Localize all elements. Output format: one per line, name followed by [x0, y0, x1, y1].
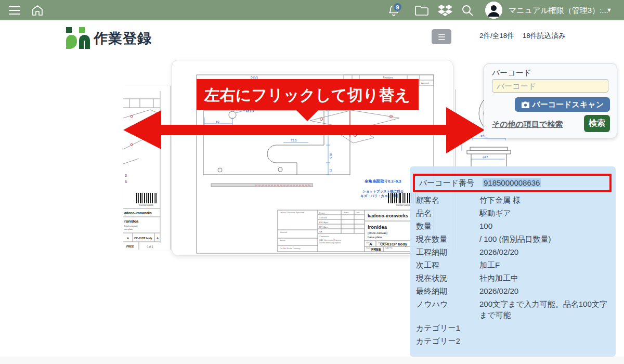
frag-company: adono-ironworks: [124, 211, 152, 215]
rev-col: Date: [409, 82, 412, 84]
tb-date: Date: [356, 212, 359, 214]
tb-company: kadono-ironworks: [368, 213, 408, 218]
other-items-search-link[interactable]: その他の項目で検索: [492, 120, 563, 129]
tb-comment-1: CAD Generated Drawing: [319, 239, 341, 241]
tb-drawn: Drawn: [319, 212, 325, 214]
selected-barcode-number: 9185000008636: [483, 178, 541, 187]
tb-brand: ironidea: [368, 224, 387, 230]
frag-sheet: 1 of 1: [147, 245, 153, 248]
notifications-icon[interactable]: 9: [386, 0, 401, 20]
barcode-input[interactable]: [492, 79, 608, 93]
tb-comment-2: Do Not Manually Update: [319, 242, 341, 244]
search-button[interactable]: 検索: [584, 115, 610, 132]
dim-15: 15: [329, 169, 332, 172]
barcode-scan-label: バーコードスキャン: [532, 100, 604, 110]
barcode-search-panel: バーコード バーコードスキャン その他の項目で検索 検索: [484, 63, 617, 138]
info-rows: バーコード番号9185000008636顧客名竹下金属 様品名駆動ギア数量100…: [416, 174, 610, 346]
avatar[interactable]: [485, 2, 502, 19]
frag-brand: ronidea: [124, 219, 139, 224]
tb-spec: Unless Otherwise Specified: [280, 212, 304, 214]
dim-200: 200: [250, 75, 258, 81]
bottom-strip: [0, 357, 624, 364]
info-row-value: [479, 322, 610, 333]
info-row-label: ノウハウ: [416, 298, 479, 320]
info-row-value: 加工F: [479, 259, 610, 270]
tb-finish: Finish: [280, 239, 285, 242]
info-row: 現在状況社内加工中: [416, 272, 610, 283]
barcode-scan-button[interactable]: バーコードスキャン: [515, 97, 610, 112]
dim-60: 60: [216, 120, 219, 123]
info-row-label: 数量: [416, 220, 479, 231]
info-row: 次工程加工F: [416, 259, 610, 270]
info-row: 現在数量/ 100 (個別品目数量): [416, 233, 610, 244]
info-row-value: 9185000008636: [483, 177, 607, 188]
tb-part: base plate: [368, 236, 382, 239]
rev-col: Zone: [345, 82, 349, 84]
tb-comments: Comments:: [319, 236, 329, 238]
info-row-label: 現在数量: [416, 233, 479, 244]
list-view-button[interactable]: [432, 29, 451, 44]
info-row-label: 顧客名: [416, 194, 479, 205]
dim-20-5: 20.5: [329, 153, 332, 159]
info-row-value: 200文字まで入力可能。品名100文字まで可能: [479, 298, 610, 320]
tb-eng: ENG Appr.: [319, 222, 329, 224]
info-row-value: 社内加工中: [479, 272, 610, 283]
tb-cadfile-label: CAD File: [385, 247, 393, 249]
page-title: 作業登録: [94, 29, 152, 48]
frag-rev: A: [157, 237, 159, 240]
info-row: 品名駆動ギア: [416, 207, 610, 218]
tb-project: [clock-canvas]: [368, 231, 387, 235]
folder-icon[interactable]: [413, 0, 430, 20]
tb-mfg: MFG Appr.: [319, 226, 329, 228]
tb-checked: Checked: [319, 217, 327, 219]
tb-scale: FREE: [371, 248, 381, 251]
count-summary: 2件/全18件: [479, 32, 514, 40]
info-row-label: カテゴリー1: [416, 322, 479, 333]
frag-size: A: [127, 237, 129, 240]
loaded-summary: 18件読込済み: [523, 32, 566, 40]
frag-dim: 8: [125, 180, 127, 184]
info-row-value: 2026/02/20: [479, 285, 610, 296]
info-row-value: [479, 335, 610, 346]
notification-badge: 9: [393, 2, 402, 12]
info-row-value: 駆動ギア: [479, 207, 610, 218]
note-1: 全角糸面取り0.2~0.3: [364, 179, 401, 184]
frag-scale: FREE: [126, 245, 134, 248]
info-row-label: 最終納期: [416, 285, 479, 296]
info-row-label: 工程納期: [416, 246, 479, 257]
info-row: 数量100: [416, 220, 610, 231]
barcode-field-label: バーコード: [492, 68, 531, 78]
search-icon[interactable]: [460, 0, 475, 20]
dim-72-5: 72.5: [291, 139, 297, 142]
info-row: ノウハウ200文字まで入力可能。品名100文字まで可能: [416, 298, 610, 320]
info-row: 顧客名竹下金属 様: [416, 194, 610, 205]
account-caret-icon[interactable]: ▼: [606, 0, 612, 20]
app-header: 9 マニュアル権限（管理3）:... ▼: [0, 0, 624, 20]
tb-material: Material: [280, 231, 287, 233]
tb-name: Name: [344, 212, 348, 214]
frag-part: ase plate: [124, 228, 133, 230]
info-row-label: バーコード番号: [419, 177, 483, 188]
dim-45: 45: [329, 129, 332, 133]
drawing-card-previous[interactable]: 3 8 9 002002 000128 adono-ironworks roni…: [123, 86, 171, 250]
camera-icon: [521, 101, 529, 108]
rev-col: Rev: [353, 82, 356, 84]
account-label[interactable]: マニュアル権限（管理3）:...: [509, 0, 608, 20]
frag-number: CC-01CP body: [134, 237, 152, 240]
barcode-caption: 9 002002 000128: [396, 204, 410, 206]
frag-dim: φ17: [483, 155, 488, 159]
info-row-value: / 100 (個別品目数量): [479, 233, 610, 244]
info-row: 最終納期2026/02/20: [416, 285, 610, 296]
info-row-value: 2026/02/20: [479, 246, 610, 257]
frag-project: [clock-canvas]: [124, 225, 137, 227]
dropbox-icon[interactable]: [437, 0, 453, 20]
info-row-label: 品名: [416, 207, 479, 218]
menu-icon[interactable]: [7, 0, 22, 20]
note-2: ショットブラスト後に残る: [362, 189, 404, 193]
home-icon[interactable]: [30, 0, 45, 20]
record-counts: 2件/全18件18件読込済み: [479, 31, 574, 41]
info-row-label: カテゴリー2: [416, 335, 479, 346]
frag-dim: 3: [125, 174, 127, 177]
rev-col: Approved: [421, 82, 429, 84]
tb-scale-label: Scale: [366, 247, 371, 249]
